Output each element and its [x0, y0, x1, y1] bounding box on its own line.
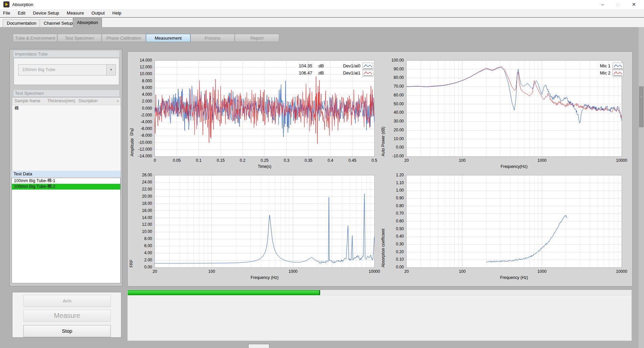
menu-device-setup[interactable]: Device Setup	[30, 9, 62, 17]
tab-absorption[interactable]: Absorption	[73, 18, 102, 27]
x-tick-label: 10000	[607, 269, 636, 274]
legend-waveform-icon[interactable]	[612, 63, 623, 70]
menu-help[interactable]: Help	[109, 9, 125, 17]
app-icon	[3, 1, 9, 7]
legend-waveform-icon[interactable]	[362, 63, 373, 70]
absorption-coefficient-plot	[407, 175, 622, 267]
x-axis-label: Frequency (Hz)	[155, 275, 374, 280]
list-item[interactable]: 100mm Big Tube-棉-1	[12, 178, 120, 184]
dropdown-arrow-icon[interactable]: ▼	[106, 65, 116, 75]
test-data-header: Test Data	[12, 171, 121, 178]
menu-bar: File Edit Device Setup Measure Output He…	[0, 9, 644, 18]
legend-label[interactable]: Mic 1	[580, 63, 610, 68]
subtab-measurement[interactable]: Measurement	[146, 34, 190, 42]
client-area: Tube & Environment Test Specimen Phase C…	[0, 27, 644, 348]
table-row[interactable]: 棉	[12, 105, 121, 111]
measurement-buttons-panel: Arm Measure Stop	[12, 292, 121, 338]
x-tick-label: 10000	[360, 269, 389, 274]
right-scrollbar[interactable]: ‹	[639, 27, 644, 348]
subtab-phase-calibration[interactable]: Phase Calibration	[102, 34, 146, 42]
level-readout-value: 104.35	[299, 63, 312, 68]
stop-button[interactable]: Stop	[23, 325, 111, 337]
legend-label[interactable]: Dev1/ai1	[330, 70, 360, 75]
level-readout-value: 106.47	[299, 70, 312, 75]
y-axis-label: Absorption coefficient	[381, 175, 386, 267]
level-readout-unit: dB	[318, 70, 324, 75]
maximize-button[interactable]: □	[610, 0, 625, 9]
subtab-tube-environment[interactable]: Tube & Environment	[13, 34, 57, 42]
x-tick-label: 1000	[528, 158, 556, 163]
list-item-selected[interactable]: 100mm Big Tube-棉-2	[12, 184, 120, 190]
impedance-tube-dropdown-value: 100mm Big Tube	[22, 67, 55, 72]
impedance-tube-dropdown[interactable]: 100mm Big Tube ▼	[18, 64, 116, 75]
tab-documentation[interactable]: Documentation	[3, 19, 40, 27]
legend-waveform-icon[interactable]	[362, 70, 373, 77]
test-specimen-header: Test Specimen	[14, 90, 119, 96]
series-mic-1	[407, 67, 622, 123]
x-axis-label: Time(s)	[155, 164, 374, 169]
x-tick-label: 100	[448, 269, 476, 274]
x-tick-label: 0.5	[360, 158, 389, 163]
y-axis-label: FRF	[129, 175, 134, 267]
menu-output[interactable]: Output	[88, 9, 108, 17]
column-sample-name: Sample Name	[15, 99, 40, 103]
title-bar: Absorption – □ ✕	[0, 0, 644, 9]
close-button[interactable]: ✕	[626, 0, 641, 9]
sidebar-panel: Impendace Tube 100mm Big Tube ▼ Test Spe…	[9, 49, 122, 286]
app-window: Absorption – □ ✕ File Edit Device Setup …	[0, 0, 644, 348]
lower-panel	[127, 290, 632, 341]
series-absorption	[486, 215, 567, 262]
scrollbar-thumb[interactable]: ‹	[639, 86, 644, 127]
x-tick-label: 20	[392, 158, 421, 163]
menu-edit[interactable]: Edit	[15, 9, 28, 17]
x-axis-label: Frequency (Hz)	[407, 275, 622, 280]
legend-waveform-icon[interactable]	[612, 70, 623, 77]
run-arrow-icon	[5, 3, 8, 6]
x-tick-label: 1000	[528, 269, 556, 274]
menu-measure[interactable]: Measure	[64, 9, 87, 17]
x-tick-label: 10000	[607, 158, 636, 163]
legend-label[interactable]: Dev1/ai0	[330, 63, 360, 68]
level-readout-unit: dB	[318, 63, 324, 68]
impedance-tube-group: 100mm Big Tube ▼	[14, 58, 119, 85]
test-data-list[interactable]: 100mm Big Tube-棉-1 100mm Big Tube-棉-2	[12, 178, 121, 283]
arm-button[interactable]: Arm	[23, 295, 111, 307]
series-frf	[155, 194, 374, 263]
progress-bar-fill	[128, 290, 320, 295]
subtab-process[interactable]: Process	[190, 34, 235, 42]
x-tick-label: 20	[392, 269, 421, 274]
frf-chart: 26.0024.0022.0020.0018.0016.0014.0012.00…	[154, 175, 375, 268]
subtab-report[interactable]: Report	[235, 34, 279, 42]
window-title: Absorption	[12, 2, 33, 7]
measure-button[interactable]: Measure	[23, 310, 111, 322]
x-tick-label: 1000	[279, 269, 307, 274]
bottom-clipped-tab[interactable]: 画图	[248, 344, 269, 348]
x-tick-label: 100	[198, 269, 226, 274]
time-domain-chart: 14.00012.00010.0008.0006.0004.0002.0000.…	[154, 60, 375, 157]
main-tab-strip: Documentation Channel Setup Absorption	[0, 18, 644, 27]
tab-channel-setup[interactable]: Channel Setup	[40, 19, 77, 27]
test-specimen-table-header: Sample Name Thickness(mm) Discription ∧	[12, 97, 121, 105]
menu-file[interactable]: File	[0, 9, 13, 17]
x-tick-label: 20	[141, 269, 169, 274]
auto-power-chart: 100.0090.0080.0070.0060.0050.0040.0030.0…	[406, 60, 622, 157]
column-discription: Discription	[79, 99, 98, 103]
charts-panel: 14.00012.00010.0008.0006.0004.0002.0000.…	[127, 51, 632, 286]
absorption-chart: 1.201.101.000.900.800.700.600.500.400.30…	[406, 175, 622, 268]
column-thickness: Thickness(mm)	[47, 99, 75, 103]
frf-plot	[155, 175, 374, 267]
x-tick-label: 100	[448, 158, 476, 163]
x-axis-label: Frequency(Hz)	[407, 164, 622, 169]
subtab-test-specimen[interactable]: Test Specimen	[57, 34, 102, 42]
scroll-up-icon[interactable]: ∧	[117, 99, 119, 103]
impedance-tube-header: Impendace Tube	[14, 51, 119, 57]
y-axis-label: Auto Power (dB)	[381, 61, 386, 156]
minimize-button[interactable]: –	[595, 0, 610, 9]
y-axis-label: Amplitude（Pa）	[129, 61, 135, 156]
legend-label[interactable]: Mic 2	[580, 70, 610, 75]
progress-bar	[128, 290, 631, 296]
